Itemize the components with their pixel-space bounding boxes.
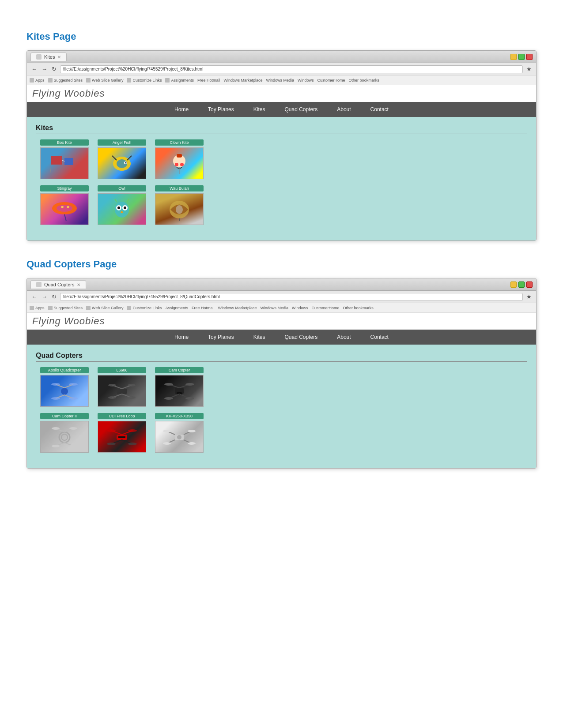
window-controls-copters [510,281,533,288]
svg-point-76 [128,429,137,432]
minimize-button-kites[interactable] [510,54,517,60]
svg-point-45 [108,384,116,387]
forward-button-copters[interactable]: → [41,293,48,300]
page-body-copters: Quad Copters Apollo Quadcopter [27,345,536,468]
star-button-kites[interactable]: ★ [525,66,533,72]
svg-point-18 [61,206,64,208]
nav-home-kites[interactable]: Home [165,102,198,117]
forward-button-kites[interactable]: → [41,66,48,72]
minimize-button-copters[interactable] [510,281,517,288]
bm-suggested-copters[interactable]: Suggested Sites [48,306,83,310]
nav-contact-copters[interactable]: Contact [361,330,398,345]
svg-point-65 [52,427,60,430]
browser-tab-kites[interactable]: Kites ✕ [30,53,67,61]
wau-bulan-icon [162,197,197,221]
nav-about-copters[interactable]: About [327,330,360,345]
svg-point-36 [51,383,60,386]
bm-webslice-copters[interactable]: Web Slice Gallery [86,306,123,310]
bm-windows-kites[interactable]: Windows [298,78,314,83]
site-logo-copters: Flying Woobies [27,313,536,330]
nav-kites-copters[interactable]: Kites [244,330,275,345]
bm-suggested-kites[interactable]: Suggested Sites [48,78,83,83]
bm-customerhome-kites[interactable]: CustomerHome [317,78,345,83]
svg-point-57 [164,397,173,400]
bm-assignments-icon-kites [165,78,170,83]
maximize-button-copters[interactable] [518,281,525,288]
product-cam-copter: Cam Copter [155,367,204,407]
bm-other-kites[interactable]: Other bookmarks [349,78,379,83]
address-box-copters[interactable]: file:///E:/assignments/Project%20HCI/fly… [60,293,523,301]
bm-apps-kites[interactable]: Apps [30,78,45,83]
bm-customize-copters[interactable]: Customize Links [127,306,162,310]
back-button-kites[interactable]: ← [30,66,38,72]
nav-quadcopters-copters[interactable]: Quad Copters [275,330,327,345]
bm-windows-copters[interactable]: Windows [292,306,308,310]
star-button-copters[interactable]: ★ [525,293,533,300]
svg-point-85 [188,430,196,432]
svg-line-6 [112,156,117,160]
nav-contact-kites[interactable]: Contact [361,102,398,117]
bm-assignments-copters[interactable]: Assignments [165,306,188,310]
bm-customerhome-copters[interactable]: CustomerHome [312,306,340,310]
svg-point-60 [61,434,68,440]
bm-webslice-kites[interactable]: Web Slice Gallery [86,78,123,83]
nav-quadcopters-kites[interactable]: Quad Copters [275,102,327,117]
product-image-clown-kite [155,147,204,179]
svg-point-87 [188,442,196,445]
bm-suggested-icon-copters [48,306,53,310]
bm-other-copters[interactable]: Other bookmarks [343,306,374,310]
browser-window-copters: Quad Copters ✕ ← → ↻ file:///E:/assignme… [26,278,537,469]
product-label-owl: Owl [98,185,146,191]
bm-customize-kites[interactable]: Customize Links [127,78,162,83]
reload-button-copters[interactable]: ↻ [51,293,57,300]
svg-line-27 [127,199,129,202]
nav-home-copters[interactable]: Home [165,330,198,345]
svg-rect-40 [117,389,127,394]
bm-winmarketplace-copters[interactable]: Windows Marketplace [218,306,257,310]
product-image-owl [98,193,146,225]
bm-hotmail-copters[interactable]: Free Hotmail [192,306,215,310]
bm-winmedia-copters[interactable]: Windows Media [261,306,289,310]
tab-close-copters[interactable]: ✕ [77,282,80,287]
svg-point-38 [51,397,60,400]
close-button-kites[interactable] [526,54,533,60]
svg-line-17 [64,214,66,221]
nav-kites-kites[interactable]: Kites [244,102,275,117]
nav-toyplanes-kites[interactable]: Toy Planes [198,102,244,117]
back-button-copters[interactable]: ← [30,293,38,300]
svg-point-31 [61,388,68,395]
product-owl: Owl [98,185,146,225]
svg-line-3 [50,165,51,173]
stingray-icon [47,197,82,221]
cam-copter-icon [162,379,197,403]
maximize-button-kites[interactable] [518,54,525,60]
product-l6606: L6606 [98,367,146,407]
svg-point-19 [67,206,69,208]
bm-winmedia-kites[interactable]: Windows Media [266,78,295,83]
browser-tab-copters[interactable]: Quad Copters ✕ [30,280,86,289]
bm-winmarketplace-kites[interactable]: Windows Marketplace [224,78,263,83]
site-nav-kites: Home Toy Planes Kites Quad Copters About… [27,102,536,117]
nav-toyplanes-copters[interactable]: Toy Planes [198,330,244,345]
reload-button-kites[interactable]: ↻ [51,66,57,72]
product-kk-x250: KK-X250-X350 [155,413,204,453]
product-label-angel-fish: Angel Fish [98,139,146,146]
address-box-kites[interactable]: file:///E:/assignments/Project%20HCI/fly… [60,65,523,73]
svg-rect-1 [64,158,73,165]
product-box-kite: Box Kite [40,139,89,179]
tab-favicon-kites [36,54,42,60]
bm-hotmail-kites[interactable]: Free Hotmail [197,78,220,83]
bm-assignments-kites[interactable]: Assignments [165,78,194,83]
svg-point-37 [69,383,78,386]
svg-rect-70 [118,436,125,438]
nav-about-kites[interactable]: About [327,102,360,117]
svg-point-39 [69,397,78,400]
svg-point-78 [128,443,137,445]
svg-line-2 [62,160,64,161]
bm-apps-copters[interactable]: Apps [30,306,45,310]
product-udi-free-loop: UDI Free Loop [98,413,146,453]
site-nav-copters: Home Toy Planes Kites Quad Copters About… [27,330,536,345]
product-label-cam-copter-2: Cam Copter II [40,413,89,419]
tab-close-kites[interactable]: ✕ [57,55,61,60]
close-button-copters[interactable] [526,281,533,288]
